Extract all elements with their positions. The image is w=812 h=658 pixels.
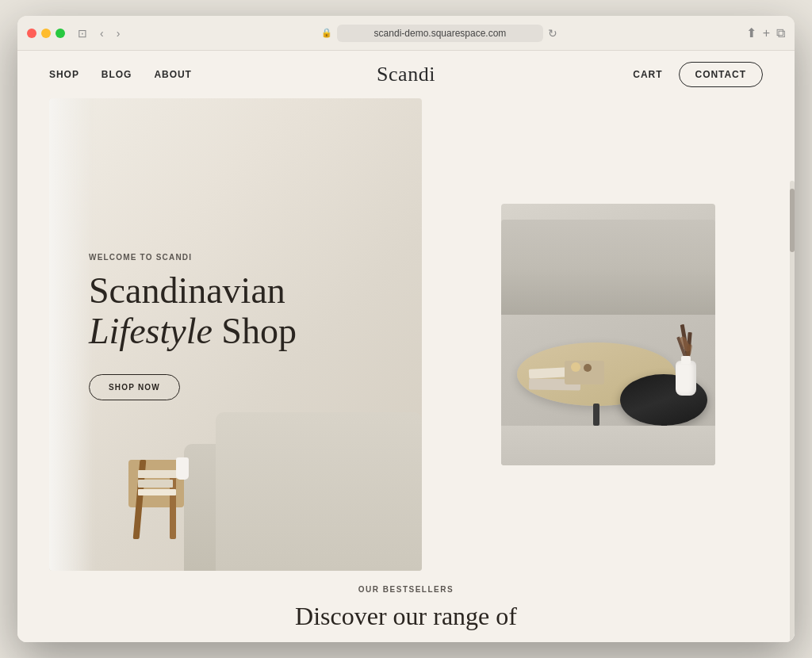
sidebar-toggle-button[interactable]: ⊡ — [75, 25, 90, 41]
hero-text-block: WELCOME TO SCANDI Scandinavian Lifestyle… — [89, 253, 297, 400]
title-bar-right-controls: ⬆ + ⧉ — [746, 25, 785, 40]
bestsellers-label: OUR BESTSELLERS — [358, 585, 454, 594]
browser-nav-controls: ⊡ ‹ › — [75, 25, 123, 41]
nav-right: CART CONTACT — [525, 62, 763, 87]
floor — [501, 426, 715, 465]
shop-now-button[interactable]: SHOP NOW — [89, 374, 180, 400]
lock-icon: 🔒 — [321, 28, 332, 38]
brand-logo[interactable]: Scandi — [377, 63, 435, 86]
main-content: WELCOME TO SCANDI Scandinavian Lifestyle… — [17, 98, 795, 642]
vase-small — [176, 457, 189, 480]
scrollbar-track[interactable] — [790, 181, 795, 642]
candle — [571, 362, 580, 372]
copy-button[interactable]: ⧉ — [776, 26, 785, 40]
scrollbar-thumb[interactable] — [790, 189, 795, 252]
sofa-back-detail — [501, 220, 715, 315]
mac-window: ⊡ ‹ › 🔒 ↻ ⬆ + ⧉ SHOP BLOG ABOUT Scandi C… — [17, 16, 795, 642]
fullscreen-button[interactable] — [56, 29, 65, 38]
traffic-lights — [27, 29, 65, 38]
hero-section: WELCOME TO SCANDI Scandinavian Lifestyle… — [17, 98, 795, 571]
nav-link-blog[interactable]: BLOG — [102, 69, 132, 80]
minimize-button[interactable] — [41, 29, 51, 38]
contact-button[interactable]: CONTACT — [679, 62, 764, 87]
url-input[interactable] — [337, 25, 543, 42]
sofa-arm — [184, 444, 216, 571]
address-bar: 🔒 ↻ — [132, 25, 745, 42]
close-button[interactable] — [27, 29, 36, 38]
cart-link[interactable]: CART — [633, 69, 662, 80]
nav-link-shop[interactable]: SHOP — [49, 69, 79, 80]
hero-title: Scandinavian Lifestyle Shop — [89, 271, 297, 351]
hero-background: WELCOME TO SCANDI Scandinavian Lifestyle… — [49, 98, 422, 571]
sofa-shape — [216, 412, 422, 571]
hero-right — [422, 98, 795, 571]
nav-center: Scandi — [287, 63, 525, 86]
share-button[interactable]: ⬆ — [746, 25, 756, 40]
books-stack — [138, 470, 178, 495]
hero-image-left: WELCOME TO SCANDI Scandinavian Lifestyle… — [49, 98, 422, 571]
nav-link-about[interactable]: ABOUT — [154, 69, 191, 80]
product-image — [501, 204, 715, 465]
new-tab-button[interactable]: + — [763, 26, 770, 40]
curtain-light — [49, 98, 93, 571]
coaster — [584, 364, 592, 372]
bottom-section: OUR BESTSELLERS Discover our range of — [17, 571, 795, 642]
back-button[interactable]: ‹ — [97, 25, 107, 41]
forward-button[interactable]: › — [113, 25, 124, 41]
discover-heading: Discover our range of — [295, 602, 517, 631]
refresh-button[interactable]: ↻ — [548, 27, 557, 40]
nav-left: SHOP BLOG ABOUT — [49, 69, 287, 80]
nav-bar: SHOP BLOG ABOUT Scandi CART CONTACT — [17, 51, 795, 98]
welcome-text: WELCOME TO SCANDI — [89, 253, 297, 262]
title-bar: ⊡ ‹ › 🔒 ↻ ⬆ + ⧉ — [17, 16, 795, 51]
